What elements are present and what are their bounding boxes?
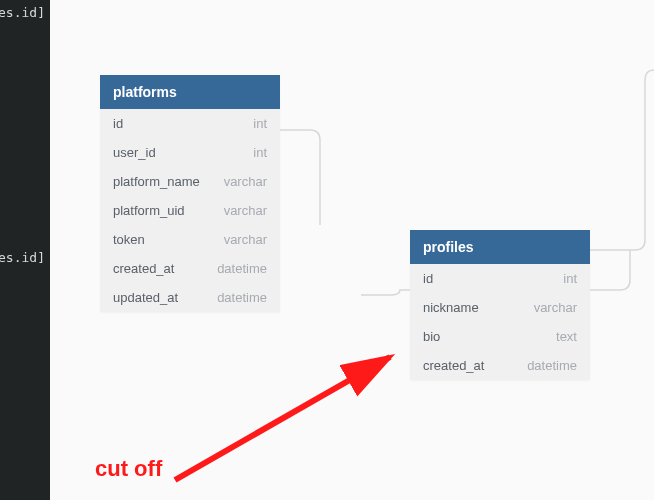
- column-name: user_id: [113, 145, 156, 160]
- table-row[interactable]: updated_at datetime: [100, 283, 280, 312]
- column-type: int: [253, 145, 267, 160]
- table-row[interactable]: platform_uid varchar: [100, 196, 280, 225]
- column-name: platform_uid: [113, 203, 185, 218]
- column-name: nickname: [423, 300, 479, 315]
- entity-table-platforms[interactable]: platforms id int user_id int platform_na…: [100, 75, 280, 312]
- code-line: es.id]: [0, 250, 45, 265]
- entity-table-profiles[interactable]: profiles id int nickname varchar bio tex…: [410, 230, 590, 380]
- column-name: created_at: [113, 261, 174, 276]
- table-row[interactable]: id int: [410, 264, 590, 293]
- table-row[interactable]: user_id int: [100, 138, 280, 167]
- table-row[interactable]: bio text: [410, 322, 590, 351]
- table-row[interactable]: created_at datetime: [410, 351, 590, 380]
- column-name: bio: [423, 329, 440, 344]
- column-type: varchar: [224, 203, 267, 218]
- annotation-label: cut off: [95, 458, 162, 480]
- column-type: int: [563, 271, 577, 286]
- entity-header: profiles: [410, 230, 590, 264]
- column-type: datetime: [527, 358, 577, 373]
- column-name: created_at: [423, 358, 484, 373]
- column-name: id: [423, 271, 433, 286]
- table-row[interactable]: platform_name varchar: [100, 167, 280, 196]
- column-type: varchar: [534, 300, 577, 315]
- column-name: updated_at: [113, 290, 178, 305]
- column-name: platform_name: [113, 174, 200, 189]
- column-name: token: [113, 232, 145, 247]
- table-row[interactable]: nickname varchar: [410, 293, 590, 322]
- column-type: int: [253, 116, 267, 131]
- column-type: datetime: [217, 261, 267, 276]
- column-type: text: [556, 329, 577, 344]
- svg-line-1: [175, 357, 390, 480]
- table-row[interactable]: id int: [100, 109, 280, 138]
- table-row[interactable]: token varchar: [100, 225, 280, 254]
- code-sidebar: es.id] es.id]: [0, 0, 50, 500]
- code-line: es.id]: [0, 5, 45, 20]
- entity-header: platforms: [100, 75, 280, 109]
- column-type: varchar: [224, 174, 267, 189]
- column-name: id: [113, 116, 123, 131]
- column-type: datetime: [217, 290, 267, 305]
- annotation-arrow-icon: [165, 345, 425, 495]
- column-type: varchar: [224, 232, 267, 247]
- diagram-canvas[interactable]: platforms id int user_id int platform_na…: [50, 0, 654, 500]
- table-row[interactable]: created_at datetime: [100, 254, 280, 283]
